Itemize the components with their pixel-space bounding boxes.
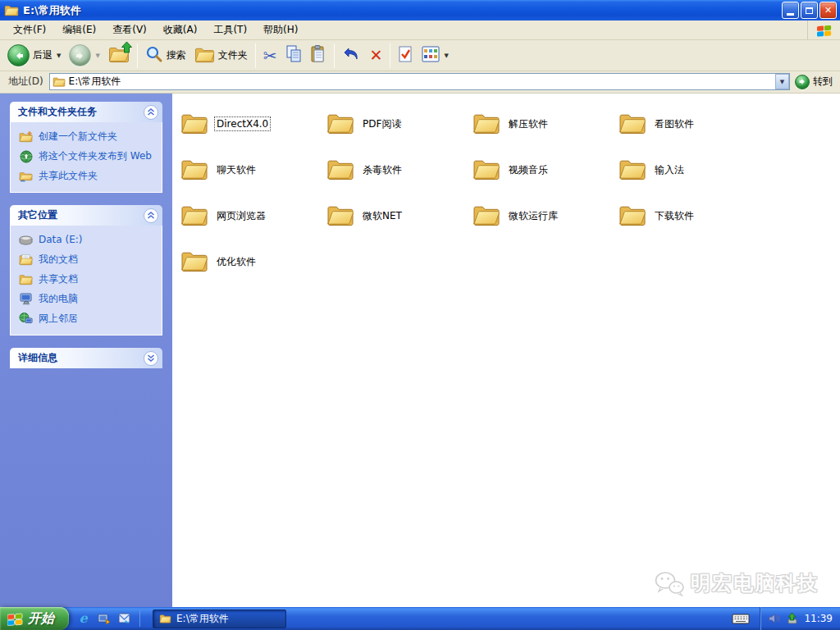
taskbar-clock[interactable]: 11:39 (804, 613, 833, 624)
place-my-computer[interactable]: 我的电脑 (19, 293, 157, 305)
views-dropdown-icon[interactable]: ▼ (444, 52, 448, 59)
go-icon (795, 75, 810, 89)
expand-chevron-icon[interactable] (144, 351, 158, 366)
network-places-icon (19, 313, 33, 325)
place-shared-documents[interactable]: 共享文档 (19, 273, 157, 285)
folder-icon (180, 112, 208, 137)
toolbar-separator (255, 43, 256, 68)
menu-favorites[interactable]: 收藏(A) (155, 21, 206, 39)
task-share-folder[interactable]: 共享此文件夹 (19, 170, 157, 182)
folder-item-download[interactable]: 下载软件 (617, 193, 763, 239)
task-pane-sidebar: 文件和文件夹任务 创建一个新文件夹 将这个文件夹发布到 Web 共享此文件夹 (0, 94, 172, 608)
back-icon (7, 44, 30, 66)
folder-item-chat[interactable]: 聊天软件 (179, 147, 325, 193)
close-button[interactable]: ✕ (819, 2, 837, 19)
place-network[interactable]: 网上邻居 (19, 313, 157, 325)
menu-view[interactable]: 查看(V) (104, 21, 155, 39)
folder-item-optimize[interactable]: 优化软件 (179, 239, 325, 285)
place-label: 网上邻居 (39, 313, 78, 325)
folder-item-browser[interactable]: 网页浏览器 (179, 193, 325, 239)
folder-label: 聊天软件 (215, 162, 258, 178)
window-title: E:\常用软件 (23, 3, 780, 18)
delete-button[interactable]: ✕ (366, 46, 387, 65)
panel-file-tasks-header[interactable]: 文件和文件夹任务 (10, 102, 162, 122)
folder-icon (326, 203, 354, 229)
show-desktop-icon[interactable] (97, 612, 111, 626)
folder-icon (472, 158, 500, 183)
panel-other-places-header[interactable]: 其它位置 (10, 205, 162, 226)
folder-label: 微软NET (361, 208, 404, 224)
start-button[interactable]: 开始 (0, 607, 69, 630)
folders-label: 文件夹 (218, 48, 248, 62)
internet-explorer-icon[interactable]: e (76, 612, 90, 626)
collapse-chevron-icon[interactable] (144, 208, 158, 223)
place-my-documents[interactable]: 我的文档 (19, 253, 157, 266)
restore-button[interactable] (801, 2, 818, 19)
safely-remove-hardware-icon[interactable] (786, 613, 798, 624)
folder-item-ime[interactable]: 输入法 (617, 147, 763, 193)
copy-button[interactable] (281, 43, 306, 67)
menu-help[interactable]: 帮助(H) (255, 21, 306, 39)
file-list-area[interactable]: DirectX4.0 PDF阅读 解压软件 看图软件 聊天软件 (172, 94, 840, 608)
checklist-button[interactable] (394, 43, 418, 67)
place-label: Data (E:) (39, 234, 82, 246)
forward-button[interactable]: ▼ (65, 43, 103, 68)
search-button[interactable]: 搜索 (141, 43, 190, 67)
back-label: 后退 (33, 48, 52, 62)
menu-bar: 文件(F) 编辑(E) 查看(V) 收藏(A) 工具(T) 帮助(H) (0, 21, 840, 40)
menu-edit[interactable]: 编辑(E) (54, 21, 104, 39)
address-input[interactable]: E:\常用软件 ▼ (49, 73, 790, 90)
wechat-logo-icon (654, 571, 685, 596)
share-folder-icon (19, 170, 33, 182)
menu-tools[interactable]: 工具(T) (205, 21, 255, 39)
menu-file[interactable]: 文件(F) (5, 21, 54, 39)
folder-icon (472, 112, 500, 137)
volume-icon[interactable] (768, 613, 780, 624)
go-button[interactable]: 转到 (790, 75, 838, 89)
views-button[interactable]: ▼ (418, 44, 452, 66)
back-dropdown-icon[interactable]: ▼ (57, 52, 61, 59)
panel-file-tasks: 文件和文件夹任务 创建一个新文件夹 将这个文件夹发布到 Web 共享此文件夹 (10, 102, 162, 193)
folder-item-unzip[interactable]: 解压软件 (471, 101, 617, 147)
folders-button[interactable]: 文件夹 (190, 44, 252, 67)
folder-item-media[interactable]: 视频音乐 (471, 147, 617, 193)
watermark: 明宏电脑科技 (654, 570, 819, 596)
folder-icon (472, 203, 500, 229)
folder-item-msnet[interactable]: 微软NET (325, 193, 471, 239)
panel-other-places: 其它位置 Data (E:) 我的文档 共享文档 (10, 205, 162, 336)
task-new-folder[interactable]: 创建一个新文件夹 (19, 130, 157, 143)
address-dropdown-icon[interactable]: ▼ (775, 74, 789, 89)
collapse-chevron-icon[interactable] (144, 105, 158, 120)
up-button[interactable] (104, 43, 134, 67)
task-publish-web[interactable]: 将这个文件夹发布到 Web (19, 150, 157, 162)
folder-item-antivirus[interactable]: 杀毒软件 (325, 147, 471, 193)
checklist-icon (398, 45, 413, 66)
panel-details-header[interactable]: 详细信息 (10, 348, 162, 368)
up-icon (108, 45, 130, 66)
minimize-button[interactable] (782, 2, 799, 19)
folder-item-imageviewer[interactable]: 看图软件 (617, 101, 763, 147)
cut-button[interactable]: ✂ (259, 46, 281, 66)
undo-button[interactable] (338, 44, 366, 66)
forward-dropdown-icon: ▼ (95, 52, 99, 59)
taskbar-task-button[interactable]: E:\常用软件 (153, 609, 286, 628)
folder-item-pdf[interactable]: PDF阅读 (325, 101, 471, 147)
folder-item-directx40[interactable]: DirectX4.0 (179, 101, 325, 147)
taskbar: 开始 e E:\常用软件 11:39 (0, 607, 840, 630)
outlook-express-icon[interactable] (117, 612, 131, 626)
folder-icon (619, 203, 646, 229)
address-bar: 地址(D) E:\常用软件 ▼ 转到 (0, 71, 840, 94)
folder-label: 输入法 (653, 162, 686, 178)
back-button[interactable]: 后退 ▼ (3, 43, 65, 68)
address-folder-icon (52, 76, 66, 87)
paste-button[interactable] (306, 43, 331, 67)
folder-label: PDF阅读 (361, 116, 403, 132)
input-method-keyboard-icon[interactable] (732, 613, 750, 625)
quick-launch-separator (139, 610, 140, 627)
place-label: 我的文档 (39, 253, 78, 266)
place-data-drive[interactable]: Data (E:) (19, 234, 157, 246)
panel-details: 详细信息 (10, 348, 162, 368)
search-label: 搜索 (167, 48, 186, 62)
folder-item-msruntime[interactable]: 微软运行库 (471, 193, 617, 239)
folder-icon (180, 249, 208, 275)
